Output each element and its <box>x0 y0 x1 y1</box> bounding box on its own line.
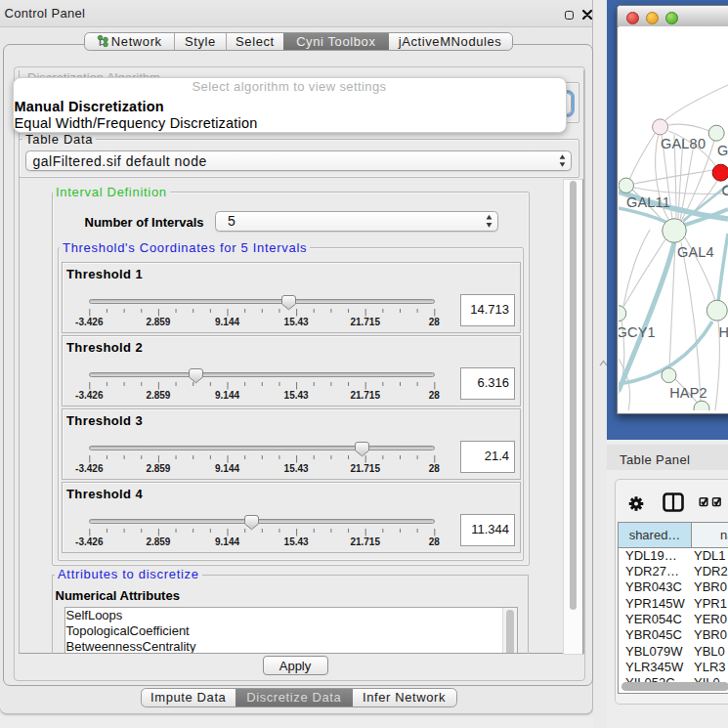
svg-text:CY: CY <box>722 183 728 198</box>
svg-text:HAP2: HAP2 <box>669 385 707 401</box>
svg-text:GAL11: GAL11 <box>626 194 670 210</box>
svg-text:GAL4: GAL4 <box>677 244 714 260</box>
svg-text:GA: GA <box>717 143 728 158</box>
svg-text:GAL80: GAL80 <box>661 136 706 151</box>
svg-text:GCY1: GCY1 <box>619 324 656 340</box>
svg-text:H: H <box>719 324 728 340</box>
